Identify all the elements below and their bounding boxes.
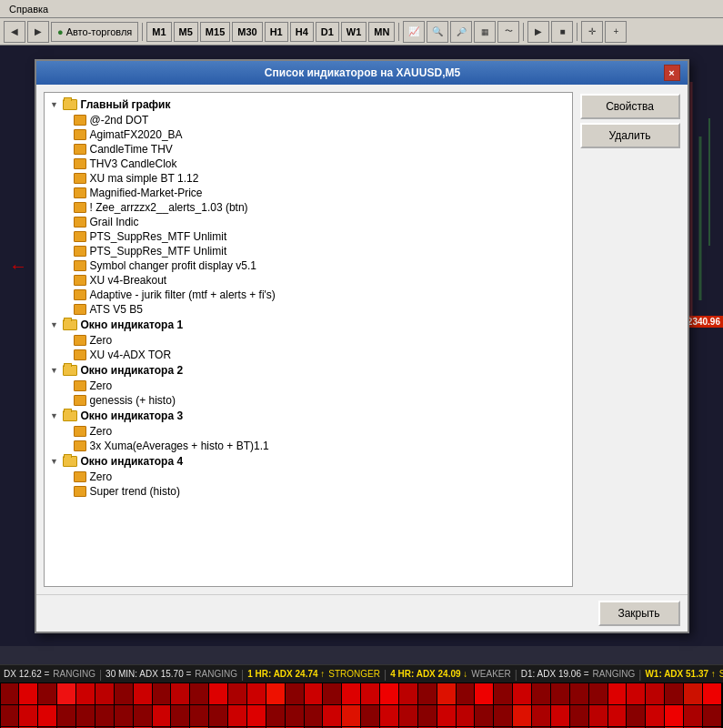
status-d1: D1: ADX 19.06 =: [521, 669, 589, 679]
heatmap-cell: [115, 683, 133, 704]
delete-button[interactable]: Удалить: [580, 123, 680, 148]
tree-item-label: ATS V5 B5: [90, 303, 143, 316]
tree-group-window3-header[interactable]: ▼ Окно индикатора 3: [45, 408, 572, 424]
heatmap-cell: [418, 705, 437, 726]
folder-icon-w2: [63, 365, 77, 376]
crosshair-btn[interactable]: ✛: [581, 21, 603, 43]
modal-overlay: Список индикаторов на XAUUSD,M5 × ▼ Глав…: [0, 46, 723, 646]
heatmap-cell: [646, 683, 664, 704]
heatmap-cell: [494, 683, 512, 704]
indicators-btn[interactable]: 〜: [497, 21, 519, 43]
dialog-title: Список индикаторов на XAUUSD,M5: [62, 66, 664, 79]
heatmap-cell: [589, 705, 608, 726]
timeframe-m30[interactable]: M30: [232, 22, 262, 42]
heatmap-cell: [684, 683, 702, 704]
heatmap-cell: [342, 705, 360, 726]
tree-items-main: @-2nd DOT AgimatFX2020_BA CandleTime THV…: [45, 113, 572, 317]
indicator-icon: [74, 129, 86, 140]
close-button[interactable]: Закрыть: [598, 601, 680, 626]
tree-item-label: 3x Xuma(eAverages + histo + BT)1.1: [90, 440, 269, 452]
tree-item[interactable]: Super trend (histo): [70, 484, 572, 499]
tree-group-window1-header[interactable]: ▼ Окно индикатора 1: [45, 317, 572, 333]
indicator-icon: [74, 115, 86, 126]
heatmap-cell: [665, 705, 683, 726]
tree-item[interactable]: ! Zee_arrzzx2__alerts_1.03 (btn): [70, 200, 572, 215]
plus-btn[interactable]: +: [605, 21, 627, 43]
tree-item[interactable]: Zero: [70, 379, 572, 393]
timeframe-d1[interactable]: D1: [316, 22, 339, 42]
dialog-close-button[interactable]: ×: [664, 65, 680, 81]
heatmap-cell: [703, 683, 721, 704]
zoom-in-btn[interactable]: 🔍: [427, 21, 448, 43]
indicator-icon: [74, 471, 86, 482]
dialog-buttons-panel: Свойства Удалить: [580, 92, 680, 587]
timeframe-m15[interactable]: M15: [200, 22, 230, 42]
tree-item[interactable]: Symbol changer profit display v5.1: [70, 258, 572, 273]
tree-item[interactable]: THV3 CandleClok: [70, 157, 572, 171]
heatmap-cell: [38, 683, 56, 704]
tree-item[interactable]: Grail Indic: [70, 215, 572, 229]
tree-toggle-w4: ▼: [48, 455, 61, 468]
tree-group-window4-header[interactable]: ▼ Окно индикатора 4: [45, 453, 572, 470]
heatmap-cell: [532, 683, 550, 704]
zoom-out-btn[interactable]: 🔎: [450, 21, 472, 43]
heatmap-cell: [19, 683, 37, 704]
timeframe-mn[interactable]: MN: [368, 22, 395, 42]
heatmap-cell: [457, 705, 475, 726]
timeframe-m1[interactable]: M1: [146, 22, 171, 42]
stop-btn[interactable]: ■: [551, 21, 573, 43]
tree-item[interactable]: genessis (+ histo): [70, 393, 572, 408]
tree-item[interactable]: Zero: [70, 424, 572, 439]
menu-help[interactable]: Справка: [4, 2, 54, 16]
status-1hr: 1 HR: ADX 24.74 ↑: [247, 669, 325, 679]
heatmap-cell: [342, 683, 360, 704]
indicator-icon: [74, 173, 86, 184]
heatmap-cell: [38, 705, 56, 726]
new-chart-btn[interactable]: 📈: [403, 21, 425, 43]
heatmap-cell: [532, 705, 550, 726]
folder-icon-w4: [63, 456, 77, 467]
toolbar-back-btn[interactable]: ◀: [4, 21, 25, 43]
tree-item-label: AgimatFX2020_BA: [90, 128, 183, 141]
timeframe-h1[interactable]: H1: [265, 22, 288, 42]
play-btn[interactable]: ▶: [527, 21, 549, 43]
tree-item[interactable]: AgimatFX2020_BA: [70, 127, 572, 142]
toolbar-forward-btn[interactable]: ▶: [27, 21, 49, 43]
heatmap-cell: [627, 683, 645, 704]
heatmap-cell: [551, 705, 569, 726]
auto-trading-btn[interactable]: ● Авто-торговля: [51, 22, 138, 42]
tree-item[interactable]: 3x Xuma(eAverages + histo + BT)1.1: [70, 439, 572, 453]
tree-item[interactable]: Magnified-Market-Price: [70, 186, 572, 200]
tree-toggle-w2: ▼: [48, 364, 61, 377]
indicator-icon: [74, 349, 86, 360]
properties-button[interactable]: Свойства: [580, 94, 680, 119]
tree-item[interactable]: Zero: [70, 470, 572, 484]
tree-item[interactable]: Zero: [70, 333, 572, 348]
tree-item[interactable]: CandleTime THV: [70, 142, 572, 157]
tree-group-window2: ▼ Окно индикатора 2 Zero genessis (+ his…: [45, 362, 572, 408]
tree-item[interactable]: ATS V5 B5: [70, 302, 572, 317]
tree-item[interactable]: XU ma simple BT 1.12: [70, 171, 572, 186]
timeframe-h4[interactable]: H4: [290, 22, 314, 42]
timeframe-m5[interactable]: M5: [174, 22, 198, 42]
heatmap-cell: [513, 683, 531, 704]
chart-type-btn[interactable]: ▦: [474, 21, 496, 43]
heatmap-cell: [646, 705, 664, 726]
timeframe-w1[interactable]: W1: [341, 22, 367, 42]
tree-item[interactable]: PTS_SuppRes_MTF Unlimit: [70, 229, 572, 244]
folder-icon-w1: [63, 319, 77, 330]
indicator-icon: [74, 304, 86, 315]
heatmap-cell: [475, 683, 493, 704]
tree-group-window2-header[interactable]: ▼ Окно индикатора 2: [45, 362, 572, 379]
tree-items-w3: Zero 3x Xuma(eAverages + histo + BT)1.1: [45, 424, 572, 453]
tree-item[interactable]: Adaptive - jurik filter (mtf + alerts + …: [70, 288, 572, 302]
indicators-tree[interactable]: ▼ Главный график @-2nd DOT AgimatFX2020_…: [44, 92, 573, 587]
indicator-icon: [74, 289, 86, 300]
tree-item[interactable]: XU v4-Breakout: [70, 273, 572, 288]
tree-item[interactable]: @-2nd DOT: [70, 113, 572, 127]
heatmap-cell: [399, 705, 417, 726]
tree-group-main-header[interactable]: ▼ Главный график: [45, 96, 572, 113]
tree-item[interactable]: XU v4-ADX TOR: [70, 348, 572, 362]
tree-group-window2-label: Окно индикатора 2: [81, 364, 184, 377]
tree-item[interactable]: PTS_SuppRes_MTF Unlimit: [70, 244, 572, 258]
